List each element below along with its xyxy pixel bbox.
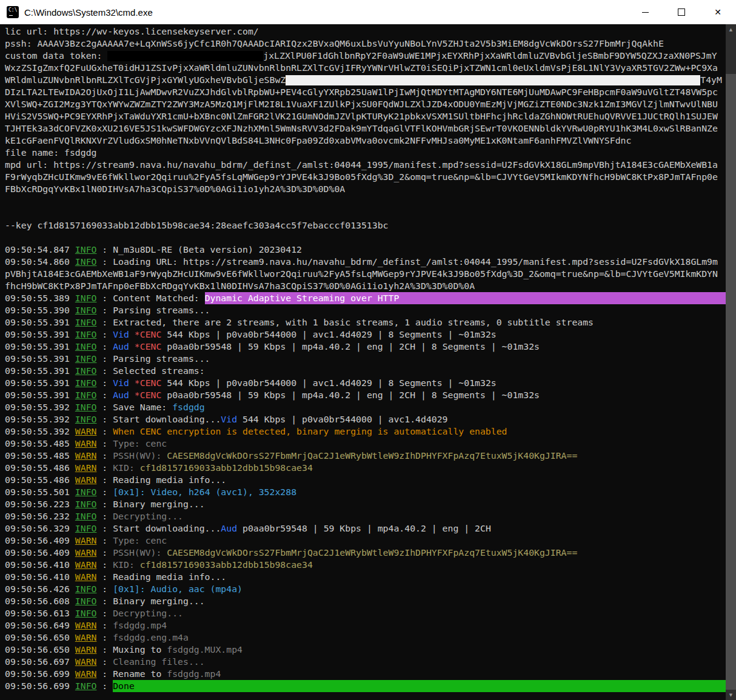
terminal-text: CAESEM8dgVcWkDOrsS27FbmMrjQaC2J1eWRybWtl… xyxy=(167,547,577,559)
scrollbar[interactable]: ▲ ▼ xyxy=(726,24,736,700)
terminal-text: WARN xyxy=(75,425,97,438)
terminal-text: file name: fsdgdg xyxy=(5,147,96,159)
terminal-text: cf1d8157169033abb12dbb15b98cae34 xyxy=(140,559,313,571)
scroll-up-button[interactable]: ▲ xyxy=(726,24,736,35)
terminal-text: WARN xyxy=(75,656,97,668)
terminal-text: WARN xyxy=(75,450,97,462)
terminal-text: INFO xyxy=(75,486,97,498)
terminal-text: 09:50:56.697 xyxy=(5,656,75,668)
terminal-text: : xyxy=(96,656,113,668)
terminal-line: 09:50:56.649 WARN : fsdgdg.mp4 xyxy=(5,619,726,632)
terminal-text: : xyxy=(96,462,113,474)
terminal-text: WARN xyxy=(75,571,97,583)
terminal-text: INFO xyxy=(75,401,97,413)
terminal-line: F9rWyqbZHcUIKmw9vE6fWkllwor2Qqiruu%2FyA5… xyxy=(5,171,726,183)
terminal-text: : Parsing streams... xyxy=(96,304,210,316)
terminal-text: 09:50:55.392 xyxy=(5,425,75,438)
title-bar[interactable]: C:\ C:\Windows\System32\cmd.exe ✕ xyxy=(0,0,736,24)
scrollbar-thumb[interactable] xyxy=(726,74,736,690)
terminal-text: PSSH(WV): xyxy=(113,547,167,559)
terminal-text: 09:50:56.409 xyxy=(5,535,75,547)
terminal-text: : xyxy=(96,341,113,353)
terminal-text: INFO xyxy=(75,680,97,692)
terminal-text: pssh: AAAAV3Bzc2gAAAAA7e+LqXnWSs6jyCfc1R… xyxy=(5,38,664,50)
terminal-text: Vid xyxy=(221,413,237,425)
terminal-text: : Loading URL: https://stream9.nava.hu/n… xyxy=(96,256,717,268)
window-controls: ✕ xyxy=(627,0,736,24)
console-area[interactable]: lic url: https://wv-keyos.licensekeyserv… xyxy=(0,24,726,700)
terminal-text: : Reading media info... xyxy=(96,474,226,486)
terminal-text: KID: xyxy=(113,462,140,474)
terminal-line: 09:50:56.409 WARN : PSSH(WV): CAESEM8dgV… xyxy=(5,547,726,559)
terminal-line xyxy=(5,195,726,207)
redaction-box xyxy=(107,51,263,61)
terminal-text: fsdgdg xyxy=(172,401,204,413)
terminal-text: pVBhjtA184E3cGAEMbXeWB1aF9rWyqbZHcUIKmw9… xyxy=(5,268,718,280)
terminal-text: p0aa0br59548 | 59 Kbps | mp4a.40.2 | eng… xyxy=(161,341,540,353)
terminal-text: F9rWyqbZHcUIKmw9vE6fWkllwor2Qqiruu%2FyA5… xyxy=(5,171,718,183)
terminal-line: 09:50:55.390 INFO : Parsing streams... xyxy=(5,304,726,316)
terminal-text: DIzLTA2LTEwIDA2OjUxOjI1LjAwMDwvR2VuZXJhd… xyxy=(5,86,718,98)
maximize-icon xyxy=(678,8,685,16)
terminal-line: 09:50:56.329 INFO : Start downloading...… xyxy=(5,522,726,535)
terminal-text: 09:50:55.391 xyxy=(5,353,75,365)
terminal-text: [0x1]: Video, h264 (avc1), 352x288 xyxy=(113,486,296,498)
terminal-line: 09:50:55.486 WARN : Reading media info..… xyxy=(5,474,726,486)
terminal-text: WARN xyxy=(75,462,97,474)
terminal-line: 09:50:55.391 INFO : Aud *CENC p0aa0br595… xyxy=(5,389,726,401)
terminal-text: : xyxy=(96,328,113,341)
terminal-line: 09:50:55.391 INFO : Vid *CENC 544 Kbps |… xyxy=(5,377,726,389)
terminal-text: 09:50:54.860 xyxy=(5,256,75,268)
terminal-text xyxy=(129,377,135,389)
maximize-button[interactable] xyxy=(663,0,700,24)
terminal-text: Type: cenc xyxy=(113,438,167,450)
terminal-text: : xyxy=(96,583,113,595)
terminal-text: : N_m3u8DL-RE (Beta version) 20230412 xyxy=(96,244,302,256)
terminal-text: 09:50:56.613 xyxy=(5,607,75,619)
terminal-text: INFO xyxy=(75,607,97,619)
terminal-text: : xyxy=(96,425,113,438)
terminal-text: : Content Matched: xyxy=(96,292,204,304)
terminal-output: lic url: https://wv-keyos.licensekeyserv… xyxy=(5,25,726,692)
terminal-text: : xyxy=(96,389,113,401)
terminal-text: WARN xyxy=(75,632,97,644)
cmd-icon[interactable]: C:\ xyxy=(7,6,19,18)
terminal-line: 09:50:55.391 INFO : Vid *CENC 544 Kbps |… xyxy=(5,328,726,341)
terminal-text: 544 Kbps | p0va0br544000 | avc1.4d4029 |… xyxy=(161,328,496,341)
terminal-line: 09:50:55.392 WARN : When CENC encryption… xyxy=(5,425,726,438)
terminal-line: 09:50:55.485 WARN : PSSH(WV): CAESEM8dgV… xyxy=(5,450,726,462)
terminal-text: 09:50:56.650 xyxy=(5,644,75,656)
terminal-text xyxy=(129,341,135,353)
terminal-text: : Selected streams: xyxy=(96,365,204,377)
minimize-button[interactable] xyxy=(627,0,663,24)
terminal-line: 09:50:55.486 WARN : KID: cf1d8157169033a… xyxy=(5,462,726,474)
terminal-text: mpd url: https://stream9.nava.hu/navahu_… xyxy=(5,159,718,171)
terminal-text: 09:50:56.699 xyxy=(5,680,75,692)
terminal-line: lic url: https://wv-keyos.licensekeyserv… xyxy=(5,25,726,38)
terminal-text: : Muxing to xyxy=(96,644,167,656)
close-icon: ✕ xyxy=(714,8,721,16)
terminal-text: : Extracted, there are 2 streams, with 1… xyxy=(96,316,594,328)
terminal-line: 09:50:56.232 INFO : Decrypting... xyxy=(5,510,726,522)
terminal-text: 09:50:56.410 xyxy=(5,571,75,583)
terminal-text: XVlSWQ+ZGI2Mzg3YTQxYWYwZWZmZTY2ZWY3MzA5M… xyxy=(5,98,718,110)
terminal-line: 09:50:56.410 WARN : Reading media info..… xyxy=(5,571,726,583)
terminal-line: 09:50:55.391 INFO : Selected streams: xyxy=(5,365,726,377)
terminal-text: 09:50:55.391 xyxy=(5,341,75,353)
terminal-text: *CENC xyxy=(135,389,162,401)
scrollbar-track[interactable] xyxy=(726,35,736,690)
terminal-text: : Save Name: xyxy=(96,401,172,413)
terminal-text: Cleaning files... xyxy=(113,656,204,668)
terminal-text: INFO xyxy=(75,353,97,365)
terminal-line: 09:50:56.608 INFO : Binary merging... xyxy=(5,595,726,607)
terminal-line: 09:50:56.426 INFO : [0x1]: Audio, aac (m… xyxy=(5,583,726,595)
terminal-line: file name: fsdgdg xyxy=(5,147,726,159)
terminal-text: Aud xyxy=(113,389,129,401)
terminal-text: : xyxy=(96,547,113,559)
terminal-text: When CENC encryption is detected, binary… xyxy=(113,425,507,438)
scroll-down-button[interactable]: ▼ xyxy=(726,690,736,700)
terminal-text: 09:50:55.391 xyxy=(5,377,75,389)
close-button[interactable]: ✕ xyxy=(700,0,736,24)
terminal-text: fsdgdg.mp4 xyxy=(113,619,167,632)
terminal-text: 09:50:56.329 xyxy=(5,522,75,535)
